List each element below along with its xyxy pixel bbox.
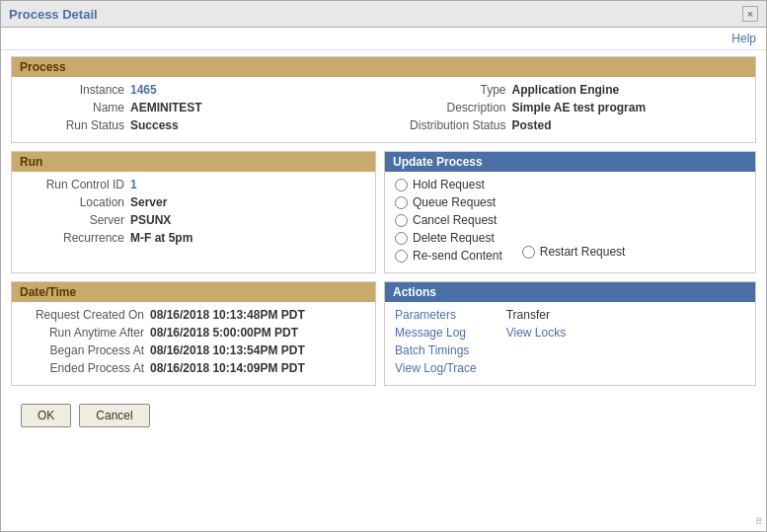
cancel-request-row: Cancel Request	[395, 213, 502, 227]
location-label: Location	[22, 195, 130, 209]
title-bar: Process Detail ×	[1, 1, 766, 28]
instance-label: Instance	[22, 83, 130, 97]
type-row: Type Application Engine	[404, 83, 746, 97]
actions-section-body: Parameters Message Log Batch Timings Vie…	[385, 302, 755, 385]
run-status-value: Success	[130, 118, 179, 132]
datetime-section-header: Date/Time	[12, 282, 375, 302]
queue-request-radio[interactable]	[395, 196, 408, 209]
cancel-request-label: Cancel Request	[413, 213, 497, 227]
instance-row: Instance 1465	[22, 83, 364, 97]
resize-handle[interactable]: ⠿	[755, 516, 762, 527]
type-label: Type	[404, 83, 512, 97]
instance-value[interactable]: 1465	[130, 83, 157, 97]
process-section-body: Instance 1465 Name AEMINITEST Run Status…	[12, 77, 755, 142]
description-label: Description	[404, 101, 512, 114]
datetime-section: Date/Time Request Created On 08/16/2018 …	[11, 281, 376, 386]
hold-request-label: Hold Request	[413, 178, 485, 191]
request-created-row: Request Created On 08/16/2018 10:13:48PM…	[22, 308, 365, 322]
run-section-body: Run Control ID 1 Location Server Server …	[12, 172, 375, 255]
restart-request-radio[interactable]	[522, 246, 535, 259]
description-row: Description Simple AE test program	[404, 101, 746, 114]
resend-content-row: Re-send Content	[395, 249, 502, 263]
location-row: Location Server	[22, 195, 365, 209]
request-created-label: Request Created On	[22, 308, 150, 322]
transfer-link[interactable]: Transfer	[506, 308, 566, 322]
delete-request-radio[interactable]	[395, 232, 408, 245]
type-value: Application Engine	[512, 83, 620, 97]
queue-request-row: Queue Request	[395, 195, 502, 209]
recurrence-value: M-F at 5pm	[130, 231, 192, 245]
delete-request-row: Delete Request	[395, 231, 502, 245]
began-process-value: 08/16/2018 10:13:54PM PDT	[150, 343, 305, 357]
run-status-label: Run Status	[22, 118, 130, 132]
view-log-trace-link[interactable]: View Log/Trace	[395, 361, 477, 375]
hold-request-row: Hold Request	[395, 178, 502, 191]
ended-process-value: 08/16/2018 10:14:09PM PDT	[150, 361, 305, 375]
view-locks-link[interactable]: View Locks	[506, 326, 566, 340]
restart-request-label: Restart Request	[540, 245, 626, 259]
run-update-row: Run Run Control ID 1 Location Server Ser…	[11, 151, 756, 273]
update-process-section: Update Process Hold Request Queue Reques…	[384, 151, 756, 273]
hold-request-radio[interactable]	[395, 179, 408, 191]
began-process-row: Began Process At 08/16/2018 10:13:54PM P…	[22, 343, 365, 357]
name-label: Name	[22, 101, 130, 114]
process-section: Process Instance 1465 Name AEMINITEST	[11, 56, 756, 143]
window-title: Process Detail	[9, 7, 98, 22]
run-control-id-row: Run Control ID 1	[22, 178, 365, 191]
request-created-value: 08/16/2018 10:13:48PM PDT	[150, 308, 305, 322]
run-anytime-row: Run Anytime After 08/16/2018 5:00:00PM P…	[22, 326, 365, 340]
cancel-request-radio[interactable]	[395, 214, 408, 227]
recurrence-row: Recurrence M-F at 5pm	[22, 231, 365, 245]
description-value: Simple AE test program	[512, 101, 647, 114]
help-bar: Help	[1, 28, 766, 50]
ok-button[interactable]: OK	[21, 404, 71, 427]
ended-process-label: Ended Process At	[22, 361, 150, 375]
began-process-label: Began Process At	[22, 343, 150, 357]
queue-request-label: Queue Request	[413, 195, 496, 209]
process-section-header: Process	[12, 57, 755, 77]
recurrence-label: Recurrence	[22, 231, 130, 245]
restart-request-row: Restart Request	[522, 245, 626, 259]
location-value: Server	[130, 195, 167, 209]
ended-process-row: Ended Process At 08/16/2018 10:14:09PM P…	[22, 361, 365, 375]
server-row: Server PSUNX	[22, 213, 365, 227]
datetime-section-body: Request Created On 08/16/2018 10:13:48PM…	[12, 302, 375, 385]
run-section-header: Run	[12, 152, 375, 172]
name-row: Name AEMINITEST	[22, 101, 364, 114]
run-control-id-label: Run Control ID	[22, 178, 130, 191]
parameters-link[interactable]: Parameters	[395, 308, 477, 322]
cancel-button[interactable]: Cancel	[79, 404, 149, 427]
close-button[interactable]: ×	[742, 6, 758, 22]
date-actions-row: Date/Time Request Created On 08/16/2018 …	[11, 281, 756, 394]
run-section: Run Run Control ID 1 Location Server Ser…	[11, 151, 376, 273]
run-control-id-value[interactable]: 1	[130, 178, 137, 191]
message-log-link[interactable]: Message Log	[395, 326, 477, 340]
run-anytime-label: Run Anytime After	[22, 326, 150, 340]
bottom-buttons: OK Cancel	[11, 394, 756, 437]
actions-section-header: Actions	[385, 282, 755, 302]
update-process-body: Hold Request Queue Request Cancel Reques…	[385, 172, 755, 272]
main-content: Process Instance 1465 Name AEMINITEST	[1, 50, 766, 443]
process-detail-window: Process Detail × Help Process Instance 1…	[0, 0, 767, 532]
run-anytime-value: 08/16/2018 5:00:00PM PDT	[150, 326, 298, 340]
resend-content-radio[interactable]	[395, 250, 408, 263]
delete-request-label: Delete Request	[413, 231, 495, 245]
run-status-row: Run Status Success	[22, 118, 364, 132]
update-process-header: Update Process	[385, 152, 755, 172]
server-value: PSUNX	[130, 213, 171, 227]
server-label: Server	[22, 213, 130, 227]
distribution-status-value: Posted	[512, 118, 552, 132]
distribution-status-row: Distribution Status Posted	[404, 118, 746, 132]
distribution-status-label: Distribution Status	[404, 118, 512, 132]
batch-timings-link[interactable]: Batch Timings	[395, 343, 477, 357]
help-link[interactable]: Help	[731, 32, 756, 45]
actions-section: Actions Parameters Message Log Batch Tim…	[384, 281, 756, 386]
name-value: AEMINITEST	[130, 101, 202, 114]
resend-content-label: Re-send Content	[413, 249, 502, 263]
